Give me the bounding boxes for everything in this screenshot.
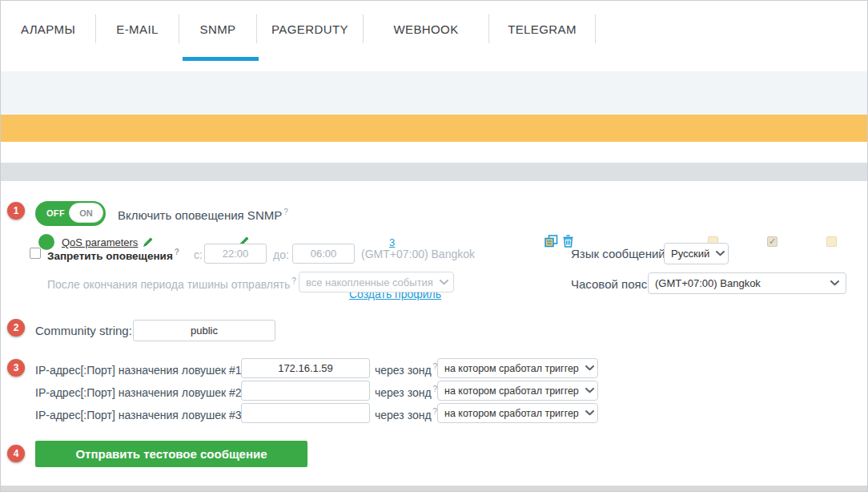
quiet-to-input	[292, 244, 355, 264]
quiet-period-label: Запретить оповещения?	[47, 248, 179, 262]
toggle-on-label: ON	[79, 208, 93, 218]
via-probe-text: через зонд	[375, 409, 432, 421]
quiet-from-label: с:	[194, 248, 203, 261]
trap-3-label: IP-адрес[:Порт] назначения ловушек #3?	[35, 407, 247, 421]
after-quiet-text: После окончания периода тишины отправлят…	[47, 278, 290, 291]
step-2-badge: 2	[7, 319, 25, 337]
chevron-down-icon	[585, 410, 594, 416]
via-probe-label-3: через зонд?	[375, 407, 437, 421]
trap-1-text: IP-адрес[:Порт] назначения ловушек #1	[35, 364, 242, 377]
trap-3-probe-value: на котором сработал триггер	[444, 408, 579, 419]
via-probe-text: через зонд	[375, 364, 432, 377]
language-select[interactable]: Русский	[664, 243, 729, 264]
trap-1-label: IP-адрес[:Порт] назначения ловушек #1?	[35, 362, 247, 377]
community-string-label: Community string:	[35, 324, 132, 337]
create-profile-row: Создать профиль	[1, 142, 867, 163]
after-quiet-value: все накопленные события	[306, 276, 433, 288]
after-quiet-help-icon[interactable]: ?	[291, 276, 296, 285]
quiet-period-checkbox[interactable]	[30, 248, 41, 259]
edit-profile-name-icon[interactable]	[143, 237, 153, 248]
via-probe-label-1: через зонд?	[375, 362, 437, 377]
trap-2-label: IP-адрес[:Порт] назначения ловушек #2?	[35, 385, 247, 399]
toggle-off-label: OFF	[46, 208, 65, 218]
checkmark-icon: ✓	[769, 236, 776, 246]
task-count-link[interactable]: 3	[389, 236, 395, 248]
step-1-badge: 1	[7, 202, 25, 220]
trap-3-probe-select[interactable]: на котором сработал триггер	[437, 403, 598, 423]
tab-pagerduty[interactable]: PAGERDUTY	[257, 14, 364, 43]
tab-snmp[interactable]: SNMP	[179, 14, 257, 43]
language-label: Язык сообщений	[571, 247, 665, 260]
profile-name-link[interactable]: QoS parameters	[62, 236, 138, 248]
active-tab-indicator	[183, 57, 259, 61]
tab-webhook[interactable]: WEBHOOK	[364, 14, 489, 43]
tab-telegram[interactable]: TELEGRAM	[489, 14, 596, 43]
step-4-badge: 4	[7, 445, 25, 462]
trap-2-probe-select[interactable]: на котором сработал триггер	[437, 381, 598, 401]
trap-2-text: IP-адрес[:Порт] назначения ловушек #2	[35, 386, 242, 399]
chevron-down-icon	[716, 251, 725, 256]
send-test-message-button[interactable]: Отправить тестовое сообщение	[35, 441, 307, 467]
snmp-enable-toggle[interactable]: OFF ON	[35, 201, 106, 226]
timezone-value: (GMT+07:00) Bangkok	[655, 277, 761, 289]
trap-3-address-input[interactable]	[241, 403, 370, 423]
timezone-label: Часовой пояс	[571, 277, 647, 291]
quiet-period-text: Запретить оповещения	[47, 250, 173, 262]
default-srt-checkbox[interactable]	[826, 236, 837, 247]
trap-1-address-input[interactable]	[241, 358, 370, 378]
after-quiet-select: все накопленные события	[299, 272, 454, 292]
toggle-knob: ON	[69, 203, 103, 223]
tab-email[interactable]: E-MAIL	[96, 14, 179, 43]
quiet-from-input	[204, 244, 267, 264]
profiles-table-header: Профиль Описание Количество задач Действ…	[1, 71, 867, 115]
chevron-down-icon	[440, 280, 448, 285]
language-value: Русский	[671, 248, 709, 260]
enable-snmp-text: Включить оповещения SNMP	[118, 208, 282, 222]
after-quiet-label: После окончания периода тишины отправлят…	[47, 276, 303, 291]
trap-1-probe-select[interactable]: на котором сработал триггер	[437, 358, 598, 378]
tab-alarms[interactable]: АЛАРМЫ	[1, 14, 96, 43]
community-string-input[interactable]	[133, 320, 275, 341]
chevron-down-icon	[585, 388, 594, 393]
chevron-down-icon	[830, 280, 839, 286]
profile-row: QoS parameters 3	[1, 115, 867, 142]
section-divider-band	[1, 163, 867, 181]
via-probe-label-2: через зонд?	[375, 385, 437, 399]
snmp-settings-page: АЛАРМЫ E-MAIL SNMP PAGERDUTY WEBHOOK TEL…	[0, 0, 868, 492]
trap-2-address-input[interactable]	[241, 381, 370, 401]
enable-snmp-label: Включить оповещения SNMP?	[118, 208, 288, 222]
trap-3-text: IP-адрес[:Порт] назначения ловушек #3	[35, 409, 242, 421]
via-probe-text: через зонд	[375, 386, 432, 399]
step-3-badge: 3	[7, 359, 25, 377]
enable-snmp-help-icon[interactable]: ?	[283, 208, 288, 216]
notification-tabs: АЛАРМЫ E-MAIL SNMP PAGERDUTY WEBHOOK TEL…	[1, 14, 596, 43]
bottom-strip	[1, 486, 867, 491]
quiet-period-help-icon[interactable]: ?	[175, 248, 179, 256]
duplicate-profile-icon[interactable]	[545, 235, 558, 248]
quiet-to-label: до:	[273, 248, 289, 261]
trap-1-probe-value: на котором сработал триггер	[444, 363, 579, 374]
quiet-timezone-note: (GMT+07:00) Bangkok	[361, 248, 475, 260]
timezone-select[interactable]: (GMT+07:00) Bangkok	[648, 272, 846, 294]
trap-2-probe-value: на котором сработал триггер	[444, 385, 579, 397]
chevron-down-icon	[585, 365, 594, 371]
default-ott-checkbox[interactable]: ✓	[767, 236, 778, 247]
delete-profile-icon[interactable]	[562, 235, 574, 248]
